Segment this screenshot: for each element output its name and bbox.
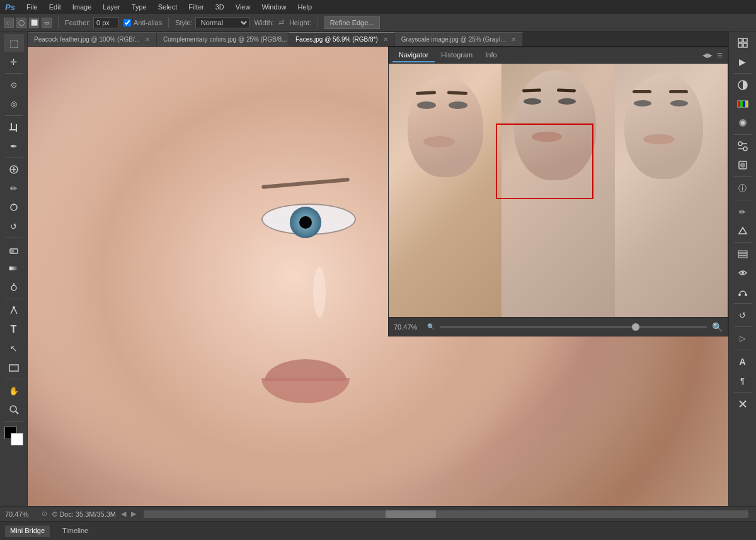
char-panel-right-btn[interactable]: A (733, 353, 753, 371)
tab-faces[interactable]: Faces.jpg @ 56.9% (RGB/8*) ✕ (289, 32, 395, 46)
extra-tools-btn[interactable] (733, 395, 753, 413)
gradient-tool-btn[interactable] (4, 260, 24, 277)
menu-image[interactable]: Image (67, 2, 97, 12)
status-scrollbar[interactable] (144, 510, 748, 518)
navigator-zoom-slider[interactable] (440, 326, 707, 328)
info-tab[interactable]: Info (479, 49, 503, 62)
tab-peacock[interactable]: Peacock feather.jpg @ 100% (RGB/... ✕ (28, 32, 157, 46)
lip-area (252, 359, 378, 403)
nav-face-center-oval (514, 70, 596, 180)
feather-label: Feather: (65, 19, 91, 26)
eraser-tool-btn[interactable] (4, 241, 24, 258)
navigator-expand-btn: ◀▶ ☰ (702, 50, 724, 60)
pen-tool-btn[interactable] (4, 302, 24, 319)
actions-panel-right-btn[interactable]: ▷ (733, 330, 753, 347)
feather-input[interactable] (93, 17, 118, 28)
svg-rect-19 (738, 43, 742, 47)
info-panel-right-btn[interactable]: ⓘ (733, 180, 753, 197)
document-canvas[interactable]: Navigator Histogram Info ◀▶ ☰ (28, 47, 728, 506)
menu-type[interactable]: Type (127, 2, 152, 12)
move-tool-btn[interactable]: ✛ (4, 53, 24, 71)
adjustments-panel-right-btn[interactable] (733, 137, 753, 155)
menu-3d[interactable]: 3D (210, 2, 229, 12)
col-marquee-icon[interactable]: ▭ (42, 18, 52, 28)
menu-filter[interactable]: Filter (183, 2, 209, 12)
right-divider-6 (734, 303, 752, 304)
clone-stamp-tool-btn[interactable] (4, 198, 24, 216)
histogram-tab[interactable]: Histogram (435, 49, 479, 62)
shape-tool-btn[interactable] (4, 359, 24, 376)
rect-marquee-icon[interactable]: ⬚ (4, 18, 14, 28)
menu-file[interactable]: File (21, 2, 43, 12)
row-marquee-icon[interactable]: ⬜ (29, 18, 39, 28)
mini-bridge-tab[interactable]: Mini Bridge (5, 526, 50, 537)
panel-expand-arrow[interactable]: ◀▶ (702, 50, 713, 60)
svg-point-41 (745, 294, 747, 296)
text-tool-btn[interactable]: T (4, 321, 24, 338)
height-label: Height: (289, 19, 311, 26)
tab-grayscale-close[interactable]: ✕ (511, 36, 516, 43)
status-scrollbar-thumb[interactable] (386, 510, 436, 518)
timeline-tab[interactable]: Timeline (57, 526, 93, 537)
right-divider-2 (734, 134, 752, 135)
masks-panel-btn[interactable] (733, 156, 753, 174)
status-info-icon[interactable]: ⊙ (42, 510, 47, 518)
background-color[interactable] (11, 433, 23, 445)
zoom-in-icon[interactable]: 🔍 (712, 322, 723, 332)
navigator-tab[interactable]: Navigator (392, 49, 435, 62)
path-select-tool-btn[interactable]: ↖ (4, 340, 24, 357)
brush-tool-btn[interactable]: ✏ (4, 180, 24, 197)
svg-line-16 (16, 411, 18, 414)
eyedropper-tool-btn[interactable]: ✒ (4, 137, 24, 155)
bottom-panel: Mini Bridge Timeline (0, 521, 756, 540)
layers-panel-right-btn[interactable] (733, 245, 753, 263)
menu-view[interactable]: View (231, 2, 256, 12)
right-divider-8 (734, 350, 752, 350)
styles-panel-btn[interactable] (733, 114, 753, 132)
workspace-switcher-btn[interactable] (733, 34, 753, 52)
menu-window[interactable]: Window (256, 2, 291, 12)
paths-panel-btn[interactable] (733, 283, 753, 301)
quick-select-tool-btn[interactable]: ◎ (4, 95, 24, 113)
zoom-tool-btn[interactable] (4, 401, 24, 418)
panel-menu-button[interactable]: ☰ (715, 51, 724, 60)
color-swatches[interactable] (4, 427, 23, 445)
main-layout: ⬚ ✛ ⊙ ◎ ✒ ✏ ↺ T ↖ (0, 32, 756, 506)
tab-faces-close[interactable]: ✕ (383, 36, 388, 43)
status-arrow-left[interactable]: ◀ (121, 510, 126, 518)
menu-layer[interactable]: Layer (98, 2, 125, 12)
menu-help[interactable]: Help (293, 2, 318, 12)
spot-healing-tool-btn[interactable] (4, 161, 24, 178)
crop-tool-btn[interactable] (4, 118, 24, 136)
tab-grayscale[interactable]: Grayscale image.jpg @ 25% (Gray/... ✕ (395, 32, 523, 46)
refine-edge-button[interactable]: Refine Edge... (324, 16, 380, 29)
color-panel-right-btn[interactable] (733, 76, 753, 94)
menu-select[interactable]: Select (153, 2, 183, 12)
eye-container (255, 197, 362, 238)
navigator-zoom-thumb[interactable] (632, 323, 639, 331)
hand-tool-btn[interactable]: ✋ (4, 382, 24, 399)
svg-rect-14 (9, 365, 18, 371)
zoom-out-icon[interactable]: 🔍 (427, 323, 435, 330)
menu-edit[interactable]: Edit (44, 2, 66, 12)
lasso-tool-btn[interactable]: ⊙ (4, 76, 24, 94)
anti-alias-checkbox[interactable] (123, 19, 131, 26)
para-panel-right-btn[interactable]: ¶ (733, 372, 753, 389)
dodge-tool-btn[interactable] (4, 279, 24, 296)
brush-panel-right-btn[interactable]: ✏ (733, 203, 753, 221)
status-arrow-right[interactable]: ▶ (131, 510, 136, 518)
swap-dimensions-icon[interactable]: ⇄ (277, 18, 287, 28)
history-panel-right-btn[interactable]: ↺ (733, 306, 753, 324)
tool-divider-7 (5, 421, 23, 422)
nav-face-left (389, 64, 501, 317)
tool-presets-btn[interactable] (733, 222, 753, 239)
ellipse-marquee-icon[interactable]: ◯ (16, 18, 26, 28)
swatches-panel-btn[interactable] (733, 95, 753, 113)
channels-panel-btn[interactable] (733, 264, 753, 282)
panel-expand-btn[interactable]: ▶ (733, 53, 753, 71)
marquee-tool-btn[interactable]: ⬚ (4, 34, 24, 52)
history-brush-tool-btn[interactable]: ↺ (4, 217, 24, 235)
tab-peacock-close[interactable]: ✕ (145, 36, 150, 43)
tab-complementary[interactable]: Complementary colors.jpg @ 25% (RGB/8...… (157, 32, 289, 46)
style-select[interactable]: Normal Fixed Ratio Fixed Size (195, 17, 249, 28)
